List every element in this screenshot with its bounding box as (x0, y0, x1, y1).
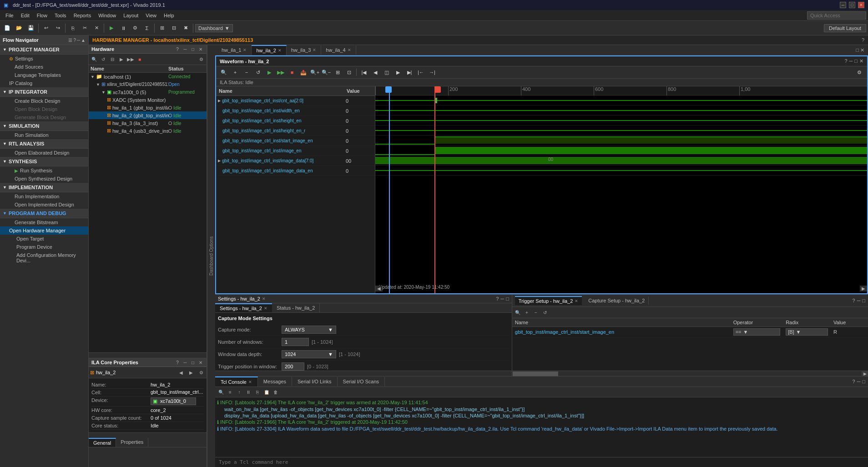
menu-edit[interactable]: Edit (17, 12, 33, 19)
signal-row-image-data-en[interactable]: gbit_top_inst/image_ctrl_inst/image_data… (216, 166, 375, 176)
console-maximize[interactable]: □ (862, 379, 865, 384)
nav-open-target[interactable]: Open Target (0, 235, 88, 243)
trigger-maximize[interactable]: □ (862, 298, 865, 303)
waveform-maximize[interactable]: □ (854, 58, 858, 64)
hw-collapse-btn[interactable]: ⊟ (108, 55, 116, 63)
tab-general[interactable]: General (89, 438, 116, 447)
capture-setup-tab[interactable]: Capture Setup - hw_ila_2 (585, 296, 649, 305)
console-minimize[interactable]: ─ (857, 379, 861, 384)
wf-capture[interactable]: ◫ (382, 68, 392, 77)
section-rtl-analysis-header[interactable]: ▼ RTL ANALYSIS (0, 139, 88, 149)
trigger-scroll-thumb[interactable] (513, 372, 558, 376)
signal-row-height-en-r[interactable]: gbit_top_inst/image_ctrl_inst/height_en_… (216, 126, 375, 136)
menu-flow[interactable]: Flow (33, 12, 51, 19)
input-num-windows[interactable] (282, 338, 309, 346)
flow-nav-pin[interactable]: ☰ (68, 38, 72, 43)
undo-button[interactable]: ↩ (40, 23, 51, 34)
panel-maximize[interactable]: □ (190, 47, 196, 52)
layout-dropdown[interactable]: Default Layout (824, 24, 866, 32)
waveform-help-icon[interactable]: ? (844, 58, 847, 64)
tab-hw-ila-3[interactable]: hw_ila_3 ✕ (287, 45, 321, 55)
menu-help[interactable]: Help (160, 12, 178, 19)
menu-reports[interactable]: Reports (70, 12, 95, 19)
redo-button[interactable]: ↪ (52, 23, 63, 34)
waveform-minimize[interactable]: ─ (849, 58, 853, 64)
nav-open-block-design[interactable]: Open Block Design (0, 105, 88, 113)
ila-settings-btn2[interactable]: ⚙ (197, 368, 205, 377)
nav-add-config-memory[interactable]: Add Configuration Memory Devi... (0, 251, 88, 265)
wf-marker2[interactable]: →| (427, 68, 437, 77)
hw-settings-btn[interactable]: ⚙ (197, 55, 205, 63)
tree-item-xilinx[interactable]: ▼ ⊞ xilinx_tcf/Digilent/210249855113 Ope… (89, 80, 207, 88)
ila-props-maximize[interactable]: □ (190, 360, 196, 365)
tree-item-hw-ila-2[interactable]: ⊠ hw_ila_2 (gbit_top_inst/imag Idle (89, 111, 207, 119)
trigger-setup-tab[interactable]: Trigger Setup - hw_ila_2 ✕ (515, 296, 582, 305)
section-ip-integrator-header[interactable]: ▼ IP INTEGRATOR (0, 87, 88, 97)
nav-language-templates[interactable]: Language Templates (0, 71, 88, 79)
tab-hw-ila-2[interactable]: hw_ila_2 ✕ (252, 45, 286, 55)
maximize-button[interactable]: □ (849, 2, 855, 8)
status-tab[interactable]: Status - hw_ila_2 (272, 303, 320, 312)
tree-item-hw-ila-4[interactable]: ⊠ hw_ila_4 (usb3_drive_inst/ila Idle (89, 127, 207, 135)
menu-view[interactable]: View (142, 12, 160, 19)
signal-row-image-data[interactable]: ▶ gbit_top_inst/image_ctrl_inst/image_da… (216, 156, 375, 166)
flow-nav-restore[interactable]: ▲ (81, 38, 86, 43)
nav-open-hw-manager[interactable]: Open Hardware Manager (0, 226, 88, 235)
console-input[interactable] (215, 457, 868, 467)
menu-tools[interactable]: Tools (51, 12, 70, 19)
trigger-setup-close[interactable]: ✕ (575, 299, 578, 303)
wf-minus[interactable]: − (242, 68, 252, 77)
wf-scroll-left[interactable]: ◀ (375, 286, 383, 291)
minimize-button[interactable]: ─ (840, 2, 846, 8)
trigger-minimize[interactable]: ─ (857, 298, 861, 303)
hw-search-btn[interactable]: 🔍 (90, 55, 98, 63)
section-project-manager-header[interactable]: ▼ PROJECT MANAGER (0, 45, 88, 55)
wf-settings[interactable]: ⚙ (854, 68, 864, 77)
tab-hw-ila-3-close[interactable]: ✕ (313, 48, 316, 52)
save-button[interactable]: 💾 (25, 23, 36, 34)
radix-select[interactable]: [B] ▼ (786, 328, 828, 336)
signal-row-height-en[interactable]: gbit_top_inst/image_ctrl_inst/height_en … (216, 116, 375, 126)
signal-row-start-image[interactable]: gbit_top_inst/image_ctrl_inst/start_imag… (216, 136, 375, 146)
panel-help[interactable]: ? (174, 47, 181, 52)
console-paste[interactable]: 📋 (262, 388, 271, 396)
wf-refresh[interactable]: ↺ (253, 68, 263, 77)
wf-zoom-sel[interactable]: ⊡ (344, 68, 354, 77)
wf-export[interactable]: 📤 (298, 68, 308, 77)
wf-first[interactable]: |◀ (359, 68, 369, 77)
console-up[interactable]: ↑ (235, 388, 243, 396)
settings-help[interactable]: ? (496, 296, 499, 301)
ila-forward-btn[interactable]: ▶ (187, 368, 195, 377)
nav-generate-block-design[interactable]: Generate Block Design (0, 113, 88, 121)
panel-minimize[interactable]: ─ (182, 47, 188, 52)
tab-hw-ila-4-close[interactable]: ✕ (348, 48, 351, 52)
tool5[interactable]: ⊞ (156, 23, 167, 34)
tool6[interactable]: ⊟ (168, 23, 179, 34)
hw-manager-help[interactable]: ? (862, 37, 864, 43)
wf-run-all[interactable]: ▶▶ (276, 68, 286, 77)
trigger-row-1[interactable]: gbit_top_inst/image_ctrl_inst/start_imag… (512, 327, 868, 337)
tree-item-hw-ila-3[interactable]: ⊠ hw_ila_3 (ila_3_inst) Idle (89, 119, 207, 127)
tree-scrollbar-h[interactable] (89, 352, 207, 358)
tab-serial-io-scans[interactable]: Serial I/O Scans (338, 377, 385, 386)
signal-row-cnt[interactable]: ▶ gbit_top_inst/image_ctrl_inst/cnt_aa[2… (216, 96, 375, 106)
console-pause[interactable]: ⏸ (244, 388, 252, 396)
console-all[interactable]: ≡ (226, 388, 234, 396)
nav-program-device[interactable]: Program Device (0, 243, 88, 251)
section-implementation-header[interactable]: ▼ IMPLEMENTATION (0, 183, 88, 192)
settings-minimize[interactable]: ─ (500, 296, 504, 301)
operator-select[interactable]: == ▼ (733, 328, 780, 336)
wf-scroll-right[interactable]: ▶ (860, 286, 867, 291)
trigger-scroll-right[interactable]: ▶ (862, 371, 868, 376)
expand-cnt[interactable]: ▶ (218, 99, 221, 103)
signal-row-image-en[interactable]: gbit_top_inst/image_ctrl_inst/image_en 0 (216, 146, 375, 156)
open-project-button[interactable]: 📂 (14, 23, 25, 34)
cut-button[interactable]: ✂ (79, 23, 90, 34)
ila-props-close[interactable]: ✕ (197, 360, 204, 365)
nav-run-implementation[interactable]: Run Implementation (0, 192, 88, 201)
console-clear[interactable]: 🗑 (272, 388, 280, 396)
nav-run-synthesis[interactable]: ▶ Run Synthesis (0, 166, 88, 175)
menu-file[interactable]: File (2, 12, 17, 19)
sum-button[interactable]: Σ (141, 23, 152, 34)
waveform-close[interactable]: ✕ (859, 58, 863, 64)
